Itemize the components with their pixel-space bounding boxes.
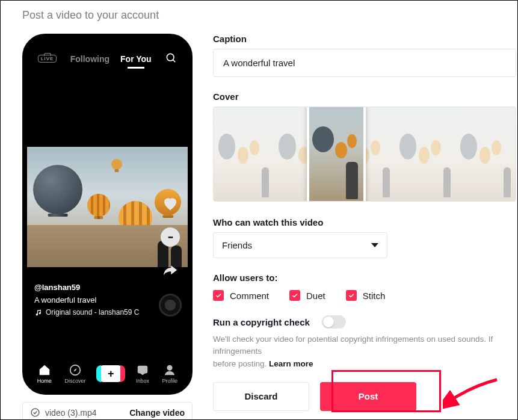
nav-create[interactable]: + — [99, 365, 123, 382]
svg-point-4 — [31, 409, 39, 416]
preview-username: @lanshan59 — [34, 283, 139, 292]
copyright-label: Run a copyright check — [213, 317, 310, 327]
file-info-bar: video (3).mp4 Change video — [22, 402, 193, 420]
preview-sound: Original sound - lanshan59 C — [34, 308, 139, 317]
change-video-button[interactable]: Change video — [129, 408, 185, 418]
sound-disc-icon[interactable] — [159, 294, 182, 317]
post-button[interactable]: Post — [320, 382, 416, 411]
video-frame: @lanshan59 A wonderful travel Original s… — [27, 81, 188, 355]
share-icon[interactable] — [159, 260, 181, 282]
file-name: video (3).mp4 — [45, 408, 97, 418]
tab-for-you[interactable]: For You — [120, 54, 152, 64]
audience-label: Who can watch this video — [213, 217, 516, 227]
live-icon: LIVE — [38, 55, 57, 63]
copyright-toggle[interactable] — [322, 315, 346, 329]
cover-label: Cover — [213, 91, 516, 102]
learn-more-link[interactable]: Learn more — [269, 359, 313, 368]
nav-inbox[interactable]: Inbox — [136, 363, 149, 384]
audience-value: Friends — [222, 240, 252, 250]
nav-discover[interactable]: Discover — [65, 363, 86, 384]
allow-comment-checkbox[interactable]: Comment — [213, 290, 269, 301]
allow-duet-checkbox[interactable]: Duet — [289, 290, 325, 301]
phone-preview: LIVE Following For You — [22, 34, 193, 395]
cover-selected-thumb[interactable] — [307, 107, 366, 202]
tab-following[interactable]: Following — [70, 54, 109, 64]
copyright-help-text: We'll check your video for potential cop… — [213, 333, 516, 370]
svg-rect-2 — [138, 366, 147, 373]
chevron-down-icon — [371, 243, 378, 247]
like-icon[interactable] — [159, 193, 181, 214]
check-circle-icon — [30, 407, 40, 418]
caption-input[interactable] — [213, 49, 516, 77]
preview-caption: A wonderful travel — [34, 295, 139, 304]
nav-profile[interactable]: Profile — [162, 363, 178, 384]
audience-select[interactable]: Friends — [213, 232, 387, 258]
discard-button[interactable]: Discard — [213, 382, 309, 411]
comment-icon[interactable] — [159, 226, 181, 248]
svg-point-3 — [168, 366, 172, 370]
search-icon[interactable] — [165, 52, 177, 66]
page-title: Post a video to your account — [1, 1, 517, 22]
nav-home[interactable]: Home — [37, 363, 52, 384]
caption-label: Caption — [213, 34, 516, 44]
allow-users-label: Allow users to: — [213, 273, 516, 283]
cover-selector[interactable] — [213, 107, 516, 202]
allow-stitch-checkbox[interactable]: Stitch — [346, 290, 386, 301]
